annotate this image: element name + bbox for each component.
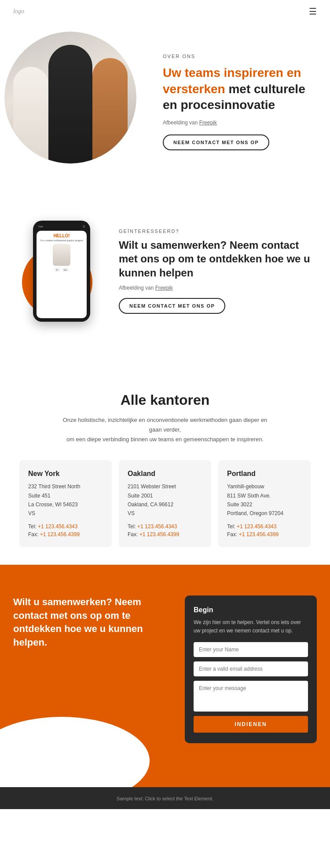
footer-text: Sample text: Click to select the Text El… (117, 796, 213, 801)
section2-image: logo ☰ HELLO! I'm a creative multitalent… (18, 221, 106, 322)
office-tel-oakland: Tel: +1 123.456.4343 (128, 523, 202, 530)
tel-oak[interactable]: +1 123.456.4343 (137, 523, 177, 530)
form-message-textarea[interactable] (194, 681, 308, 712)
fax-label-oak: Fax: (128, 531, 138, 538)
phone-person (53, 244, 70, 266)
office-city-oakland: Oakland (128, 470, 202, 478)
hero-credit: Afbeelding van Freepik (163, 120, 312, 126)
hero-title: Uw teams inspireren en versterken met cu… (163, 65, 312, 113)
navbar: logo ☰ (0, 0, 330, 23)
spacer1 (0, 185, 330, 212)
tel-ny[interactable]: +1 123.456.4343 (38, 523, 77, 530)
office-city-portland: Portland (227, 470, 302, 478)
office-address-newyork: 232 Third Street North Suite 451 La Cros… (28, 482, 103, 518)
person-center (48, 45, 92, 163)
office-address-portland: Yamhill-gebouw 811 SW Sixth Ave. Suite 3… (227, 482, 302, 518)
form-email-input[interactable] (194, 661, 308, 676)
fax-label-ny: Fax: (28, 531, 38, 538)
tel-por[interactable]: +1 123.456.4343 (237, 523, 276, 530)
cta-title: Wilt u samenwerken? Neem contact met ons… (13, 596, 172, 650)
footer: Sample text: Click to select the Text El… (0, 787, 330, 809)
hero-content: OVER ONS Uw teams inspireren en versterk… (150, 23, 330, 172)
offices-section: Alle kantoren Onze holistische, inzichte… (0, 366, 330, 565)
section2: logo ☰ HELLO! I'm a creative multitalent… (0, 212, 330, 339)
form-name-input[interactable] (194, 642, 308, 657)
form-submit-button[interactable]: INDIENEN (194, 716, 308, 733)
cta-right: Begin We zijn hier om te helpen. Vertel … (185, 596, 317, 743)
office-city-newyork: New York (28, 470, 103, 478)
form-description: We zijn hier om te helpen. Vertel ons ie… (194, 618, 308, 635)
logo: logo (13, 8, 24, 15)
tel-label-oak: Tel: (128, 523, 136, 530)
section2-tag: GEÏNTERESSEERD? (119, 229, 312, 234)
phone-sub: I'm a creative multitalented graphic des… (39, 239, 84, 242)
fax-por[interactable]: +1 123.456.4399 (239, 531, 279, 538)
form-box: Begin We zijn hier om te helpen. Vertel … (185, 596, 317, 743)
tel-label-ny: Tel: (28, 523, 37, 530)
phone-stat2: 12+ (62, 268, 69, 272)
credit-prefix: Afbeelding van (163, 120, 199, 126)
phone-stat1: 17 (54, 268, 60, 272)
hamburger-icon[interactable]: ☰ (309, 6, 317, 17)
offices-grid: New York 232 Third Street North Suite 45… (13, 460, 317, 547)
office-tel-portland: Tel: +1 123.456.4343 (227, 523, 302, 530)
hero-tag: OVER ONS (163, 54, 312, 59)
person-right (92, 58, 128, 163)
hero-image-wrap (0, 23, 150, 172)
office-fax-portland: Fax: +1 123.456.4399 (227, 531, 302, 538)
offices-desc-line2: om een diepe verbinding binnen uw teams … (66, 436, 264, 443)
fax-label-por: Fax: (227, 531, 237, 538)
fax-ny[interactable]: +1 123.456.4399 (40, 531, 80, 538)
office-tel-newyork: Tel: +1 123.456.4343 (28, 523, 103, 530)
section2-content: GEÏNTERESSEERD? Wilt u samenwerken? Neem… (119, 229, 312, 314)
phone-logo: logo (38, 225, 43, 228)
phone-hello: HELLO! (39, 233, 84, 238)
freepik-link-hero[interactable]: Freepik (199, 120, 217, 126)
s2-credit-prefix: Afbeelding van (119, 285, 155, 291)
phone-mockup: logo ☰ HELLO! I'm a creative multitalent… (33, 221, 90, 322)
section2-title: Wilt u samenwerken? Neem contact met ons… (119, 238, 312, 280)
spacer2 (0, 339, 330, 366)
phone-screen: HELLO! I'm a creative multitalented grap… (37, 231, 87, 318)
offices-desc-line1: Onze holistische, inzichtelijke en oncon… (63, 417, 268, 433)
phone-menu-icon: ☰ (83, 225, 85, 228)
cta-section: Wilt u samenwerken? Neem contact met ons… (0, 565, 330, 787)
offices-description: Onze holistische, inzichtelijke en oncon… (59, 415, 271, 444)
office-card-oakland: Oakland 2101 Webster Street Suite 2001 O… (119, 460, 211, 547)
fax-oak[interactable]: +1 123.456.4399 (139, 531, 179, 538)
office-address-oakland: 2101 Webster Street Suite 2001 Oakland, … (128, 482, 202, 518)
phone-stats: 17 12+ (39, 268, 84, 272)
office-card-newyork: New York 232 Third Street North Suite 45… (19, 460, 112, 547)
section2-cta-button[interactable]: NEEM CONTACT MET ONS OP (119, 298, 225, 314)
form-heading: Begin (194, 606, 308, 614)
hero-circle (4, 32, 136, 163)
phone-top-bar: logo ☰ (37, 224, 87, 229)
hero-image-container (0, 23, 141, 172)
person-left (13, 67, 48, 163)
office-fax-oakland: Fax: +1 123.456.4399 (128, 531, 202, 538)
freepik-link-s2[interactable]: Freepik (155, 285, 173, 291)
cta-left: Wilt u samenwerken? Neem contact met ons… (13, 596, 172, 650)
tel-label-por: Tel: (227, 523, 235, 530)
office-fax-newyork: Fax: +1 123.456.4399 (28, 531, 103, 538)
hero-cta-button[interactable]: NEEM CONTACT MET ONS OP (163, 134, 269, 150)
hero-section: OVER ONS Uw teams inspireren en versterk… (0, 23, 330, 185)
offices-title: Alle kantoren (13, 392, 317, 408)
section2-credit: Afbeelding van Freepik (119, 285, 312, 291)
office-card-portland: Portland Yamhill-gebouw 811 SW Sixth Ave… (218, 460, 311, 547)
